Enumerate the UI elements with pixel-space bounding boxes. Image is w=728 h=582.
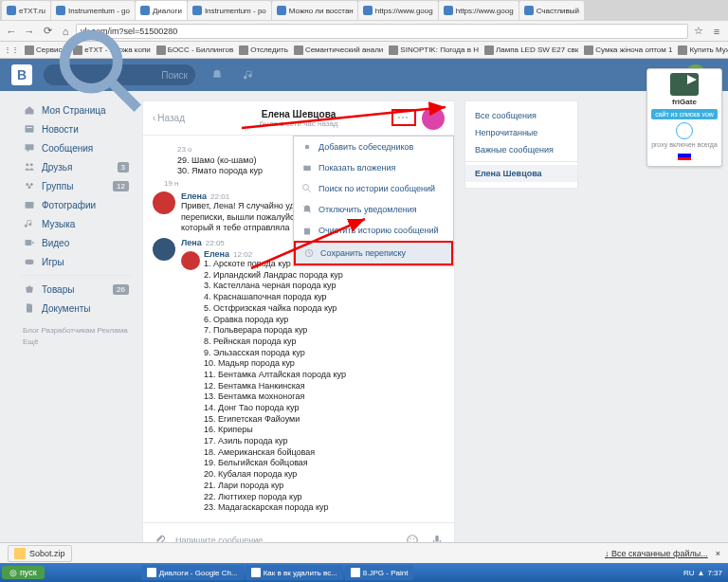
avatar[interactable] <box>153 191 175 214</box>
menu-button[interactable]: ≡ <box>709 24 724 39</box>
filter-item[interactable]: Важные сообщения <box>465 141 577 158</box>
actions-menu-button[interactable]: ⋯ <box>391 109 416 126</box>
dropdown-item[interactable]: Очистить историю сообщений <box>294 220 453 241</box>
frigate-widget[interactable]: friGate сайт из списка vow proxy включен… <box>646 68 722 167</box>
dropdown-item[interactable]: Добавить собеседников <box>294 136 453 157</box>
music-icon[interactable] <box>239 64 260 85</box>
power-icon[interactable] <box>676 122 693 139</box>
svg-point-4 <box>26 163 28 166</box>
avatar[interactable] <box>153 238 175 261</box>
forward-browser-button[interactable]: → <box>22 24 37 39</box>
search-input[interactable]: Поиск <box>44 64 195 85</box>
browser-tabs: eTXT.ruInstrumentum - goДиалогиInstrumen… <box>0 0 728 21</box>
left-nav: Моя СтраницаНовостиСообщенияДрузья3Групп… <box>19 100 133 557</box>
dropdown-item[interactable]: Отключить уведомления <box>294 199 453 220</box>
bookmark-item[interactable]: Отследить <box>239 45 288 55</box>
bookmark-item[interactable]: Семантический анали <box>294 45 383 55</box>
vk-header: B Поиск Лена▾ <box>0 59 728 91</box>
dropdown-item[interactable]: Показать вложения <box>294 157 453 178</box>
dropdown-item[interactable]: Сохранить переписку <box>294 241 453 265</box>
svg-rect-2 <box>26 125 34 133</box>
frigate-logo-icon <box>670 73 699 96</box>
svg-point-8 <box>28 186 31 189</box>
chat-messages[interactable]: 23 о29. Шамо (ко-шамо)30. Ямато порода к… <box>143 136 454 522</box>
nav-photos[interactable]: Фотографии <box>19 195 133 214</box>
avatar <box>181 251 200 270</box>
chat-title: Елена Шевцова была в сети час назад <box>259 109 337 128</box>
svg-rect-11 <box>26 240 32 246</box>
nav-news[interactable]: Новости <box>19 119 133 138</box>
browser-tab[interactable]: Счастливый <box>519 1 584 20</box>
nav-groups[interactable]: Группы12 <box>19 176 133 195</box>
star-button[interactable]: ☆ <box>691 24 706 39</box>
svg-point-5 <box>30 163 33 166</box>
bookmark-item[interactable]: БОСС - Биллингов <box>156 45 233 55</box>
svg-point-21 <box>410 537 411 538</box>
taskbar-item[interactable]: Диалоги - Google Ch... <box>141 565 244 580</box>
nav-docs[interactable]: Документы <box>19 299 133 318</box>
close-downloads-button[interactable]: × <box>716 549 720 558</box>
nav-games[interactable]: Игры <box>19 252 133 271</box>
nav-music[interactable]: Музыка <box>19 214 133 233</box>
nav-msg[interactable]: Сообщения <box>19 138 133 157</box>
browser-tab[interactable]: Instrumentum - go <box>51 1 135 20</box>
taskbar: ◎ пуск Диалоги - Google Ch...Как в вк уд… <box>0 563 728 582</box>
svg-line-16 <box>308 190 311 192</box>
flag-icon <box>678 151 691 160</box>
svg-point-22 <box>413 537 414 538</box>
taskbar-item[interactable]: Как в вк удалить вс... <box>246 565 343 580</box>
chat-avatar[interactable] <box>422 107 445 130</box>
dropdown-item[interactable]: Поиск по истории сообщений <box>294 178 453 199</box>
url-input[interactable]: vk.com/im?sel=51500280 <box>76 24 688 39</box>
back-browser-button[interactable]: ← <box>4 24 19 39</box>
filter-item[interactable]: Непрочитанные <box>465 124 577 141</box>
svg-point-7 <box>30 183 33 186</box>
bookmark-item[interactable]: Лампа LED SW E27 свк <box>484 45 578 55</box>
main-content: Моя СтраницаНовостиСообщенияДрузья3Групп… <box>0 91 728 557</box>
vk-logo[interactable]: B <box>11 64 32 85</box>
browser-tab[interactable]: Диалоги <box>136 1 187 20</box>
svg-point-13 <box>305 145 310 150</box>
browser-tab[interactable]: eTXT.ru <box>2 1 50 20</box>
nav-home[interactable]: Моя Страница <box>19 100 133 119</box>
filter-item[interactable]: Все сообщения <box>465 107 577 124</box>
bookmark-item[interactable]: Купить Мужская Рубa <box>678 45 728 55</box>
notifications-icon[interactable] <box>207 64 228 85</box>
filter-contact[interactable]: Елена Шевцова <box>465 165 577 182</box>
actions-dropdown: Добавить собеседниковПоказать вложенияПо… <box>293 136 454 266</box>
back-button[interactable]: ‹ Назад <box>153 113 185 123</box>
svg-rect-23 <box>435 535 439 541</box>
taskbar-item[interactable]: 8.JPG - Paint <box>345 565 414 580</box>
browser-tab[interactable]: Instrumentum - po <box>188 1 271 20</box>
downloads-bar: Sobot.zip ↓ Все скачанные файлы... × <box>0 542 728 563</box>
bookmark-item[interactable]: Сумка жіноча оптом 1 <box>584 45 672 55</box>
chat-panel: ‹ Назад Елена Шевцова была в сети час на… <box>142 100 455 557</box>
browser-tab[interactable]: https://www.goog <box>439 1 519 20</box>
bookmark-item[interactable]: SINOPTIK: Погода в Н <box>389 45 479 55</box>
browser-tab[interactable]: Можно ли восстан <box>272 1 357 20</box>
svg-rect-14 <box>303 166 311 171</box>
all-downloads-link[interactable]: ↓ Все скачанные файлы... <box>605 549 708 558</box>
system-tray[interactable]: RU ▲ 7:37 <box>683 569 726 577</box>
nav-market[interactable]: Товары26 <box>19 280 133 299</box>
svg-point-15 <box>303 185 309 191</box>
filters-panel: Все сообщенияНепрочитанныеВажные сообщен… <box>464 100 578 189</box>
svg-point-6 <box>26 183 28 186</box>
nav-friends[interactable]: Друзья3 <box>19 157 133 176</box>
svg-rect-18 <box>304 228 310 235</box>
svg-point-10 <box>28 204 31 207</box>
svg-rect-12 <box>26 260 34 264</box>
chat-header: ‹ Назад Елена Шевцова была в сети час на… <box>143 101 454 136</box>
svg-point-0 <box>64 35 118 88</box>
nav-video[interactable]: Видео <box>19 233 133 252</box>
browser-tab[interactable]: https://www.goog <box>358 1 438 20</box>
start-button[interactable]: ◎ пуск <box>2 566 45 579</box>
download-item[interactable]: Sobot.zip <box>8 545 72 562</box>
